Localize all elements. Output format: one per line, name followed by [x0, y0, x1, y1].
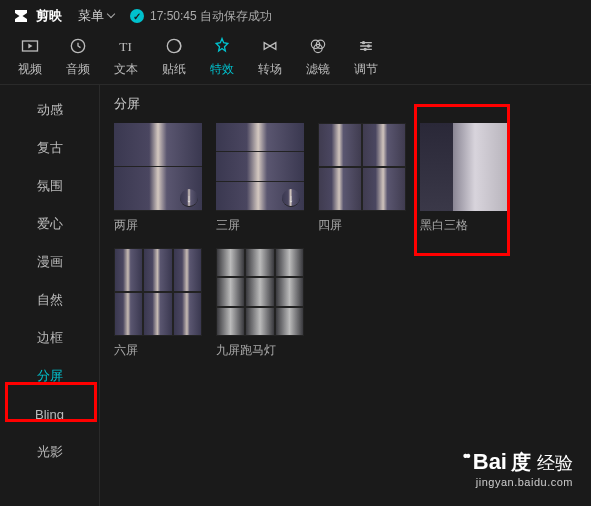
- sidebar-item-split[interactable]: 分屏: [0, 357, 99, 395]
- effect-thumbnail: ↓: [216, 123, 304, 211]
- tool-filter[interactable]: 滤镜: [306, 35, 330, 78]
- download-icon[interactable]: ↓: [282, 189, 300, 207]
- save-status: 17:50:45 自动保存成功: [150, 8, 272, 25]
- effect-card-six[interactable]: 六屏: [114, 248, 202, 359]
- effect-card-bw3[interactable]: 黑白三格: [420, 123, 508, 234]
- effect-card-nine[interactable]: 九屏跑马灯: [216, 248, 304, 359]
- chevron-down-icon: [107, 10, 115, 18]
- tool-effect[interactable]: 特效: [210, 35, 234, 78]
- effect-label: 两屏: [114, 217, 202, 234]
- sidebar-item-retro[interactable]: 复古: [0, 129, 99, 167]
- menu-label: 菜单: [78, 7, 104, 25]
- video-icon: [19, 35, 41, 57]
- effect-label: 四屏: [318, 217, 406, 234]
- tool-adjust[interactable]: 调节: [354, 35, 378, 78]
- effect-label: 九屏跑马灯: [216, 342, 304, 359]
- effect-icon: [211, 35, 233, 57]
- effect-thumbnail: [420, 123, 508, 211]
- app-logo-icon: [12, 7, 30, 25]
- tool-label: 文本: [114, 61, 138, 78]
- text-icon: TI: [115, 35, 137, 57]
- tool-label: 转场: [258, 61, 282, 78]
- tool-sticker[interactable]: 贴纸: [162, 35, 186, 78]
- sidebar-item-comic[interactable]: 漫画: [0, 243, 99, 281]
- tool-video[interactable]: 视频: [18, 35, 42, 78]
- sidebar-item-bling[interactable]: Bling: [0, 395, 99, 433]
- sidebar-item-light[interactable]: 光影: [0, 433, 99, 471]
- svg-text:TI: TI: [119, 39, 132, 54]
- tool-audio[interactable]: 音频: [66, 35, 90, 78]
- tool-label: 滤镜: [306, 61, 330, 78]
- sidebar-item-frame[interactable]: 边框: [0, 319, 99, 357]
- app-name: 剪映: [36, 7, 62, 25]
- effect-card-four[interactable]: 四屏: [318, 123, 406, 234]
- svg-point-7: [362, 41, 365, 44]
- adjust-icon: [355, 35, 377, 57]
- sidebar-item-motion[interactable]: 动感: [0, 91, 99, 129]
- effect-thumbnail: ↓: [114, 123, 202, 211]
- menu-button[interactable]: 菜单: [78, 7, 114, 25]
- effect-thumbnail: [114, 248, 202, 336]
- paw-icon: ••: [463, 448, 469, 464]
- tool-label: 贴纸: [162, 61, 186, 78]
- tool-label: 视频: [18, 61, 42, 78]
- tool-trans[interactable]: 转场: [258, 35, 282, 78]
- check-icon: ✓: [130, 9, 144, 23]
- effect-label: 三屏: [216, 217, 304, 234]
- download-icon[interactable]: ↓: [180, 189, 198, 207]
- trans-icon: [259, 35, 281, 57]
- sidebar-item-mood[interactable]: 氛围: [0, 167, 99, 205]
- tool-text[interactable]: TI文本: [114, 35, 138, 78]
- watermark: •• Bai度 经验 jingyan.baidu.com: [463, 449, 573, 488]
- tool-label: 特效: [210, 61, 234, 78]
- sidebar-item-heart[interactable]: 爱心: [0, 205, 99, 243]
- section-title: 分屏: [114, 95, 577, 113]
- filter-icon: [307, 35, 329, 57]
- effect-card-three[interactable]: ↓三屏: [216, 123, 304, 234]
- effect-thumbnail: [318, 123, 406, 211]
- sticker-icon: [163, 35, 185, 57]
- sidebar-item-nature[interactable]: 自然: [0, 281, 99, 319]
- tool-label: 调节: [354, 61, 378, 78]
- effect-label: 黑白三格: [420, 217, 508, 234]
- effect-label: 六屏: [114, 342, 202, 359]
- tool-label: 音频: [66, 61, 90, 78]
- effect-card-two[interactable]: ↓两屏: [114, 123, 202, 234]
- audio-icon: [67, 35, 89, 57]
- svg-point-9: [364, 48, 367, 51]
- svg-point-8: [367, 44, 370, 47]
- effect-thumbnail: [216, 248, 304, 336]
